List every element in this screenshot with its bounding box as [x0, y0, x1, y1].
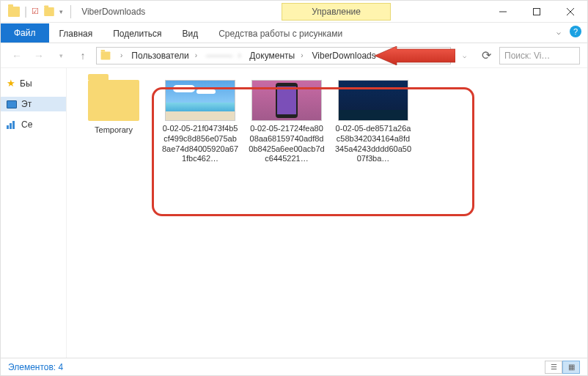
ribbon-collapse-icon[interactable]: ⌵ [556, 28, 561, 36]
nav-back-button[interactable]: ← [8, 47, 26, 64]
folder-item[interactable]: Temporary [74, 80, 153, 136]
folder-icon [101, 51, 111, 59]
folder-icon [88, 80, 139, 121]
nav-up-button[interactable]: ↑ [74, 47, 92, 64]
item-count: Элементов: 4 [8, 362, 63, 372]
network-icon [7, 120, 17, 129]
qat-dropdown-icon[interactable]: ▾ [59, 8, 63, 15]
item-label: 0-02-05-de8571a26ac58b342034164a8fd345a4… [334, 124, 413, 164]
sidebar-item-thispc[interactable]: Эт [1, 97, 66, 111]
image-thumbnail [338, 80, 408, 121]
contextual-tab-group[interactable]: Управление [282, 3, 391, 21]
sidebar-item-network[interactable]: Се [1, 117, 66, 132]
qat-checkbox-icon[interactable]: ☑ [32, 7, 39, 16]
title-bar: | ☑ ▾ ViberDownloads Управление [1, 1, 587, 23]
view-largeicons-button[interactable]: ▦ [562, 361, 580, 374]
item-label: 0-02-05-21f0473f4b5cf499c8d856e075ab8ae7… [161, 124, 240, 164]
content-pane[interactable]: Temporary 0-02-05-21f0473f4b5cf499c8d856… [67, 68, 587, 358]
image-thumbnail [165, 80, 235, 121]
image-item[interactable]: 0-02-05-21f0473f4b5cf499c8d856e075ab8ae7… [161, 80, 240, 164]
crumb-users: Пользователи› [127, 51, 202, 61]
crumb-username-blurred: ———› [202, 51, 245, 61]
nav-recent-icon[interactable]: ▾ [52, 47, 70, 64]
maximize-button[interactable] [520, 1, 554, 23]
pc-icon [7, 100, 17, 108]
search-input[interactable]: Поиск: Vi… [499, 47, 580, 64]
navigation-pane[interactable]: ★ Бы Эт Се [1, 68, 67, 358]
item-label: 0-02-05-21724fea8008aa68159740adf8d0b842… [247, 124, 326, 164]
window-title: ViberDownloads [78, 7, 145, 17]
help-icon[interactable]: ? [570, 26, 581, 37]
image-thumbnail [251, 80, 322, 121]
item-label: Temporary [93, 125, 134, 136]
crumb-current: ViberDownloads [308, 51, 381, 61]
folder-icon [8, 7, 20, 17]
qat-separator: | [24, 5, 27, 18]
ribbon-tabs: Файл Главная Поделиться Вид Средства раб… [1, 23, 587, 43]
nav-forward-button[interactable]: → [30, 47, 48, 64]
image-item[interactable]: 0-02-05-21724fea8008aa68159740adf8d0b842… [247, 80, 326, 164]
tab-file[interactable]: Файл [1, 23, 49, 43]
annotation-arrow-icon [375, 46, 455, 65]
star-icon: ★ [7, 78, 15, 89]
sidebar-item-quickaccess[interactable]: ★ Бы [1, 75, 66, 91]
refresh-button[interactable]: ⟳ [477, 47, 495, 64]
tab-picture-tools[interactable]: Средства работы с рисунками [208, 24, 353, 43]
view-details-button[interactable]: ☰ [545, 361, 562, 374]
status-bar: Элементов: 4 ☰ ▦ [1, 358, 587, 375]
image-item[interactable]: 0-02-05-de8571a26ac58b342034164a8fd345a4… [334, 80, 413, 164]
address-bar-row: ← → ▾ ↑ › Пользователи› ———› Документы› … [1, 43, 587, 68]
tab-share[interactable]: Поделиться [103, 24, 172, 43]
tab-view[interactable]: Вид [172, 24, 208, 43]
minimize-button[interactable] [486, 1, 520, 23]
search-placeholder: Поиск: Vi… [504, 51, 550, 61]
folder-icon [44, 7, 54, 16]
crumb-documents: Документы› [245, 51, 307, 61]
separator [70, 5, 71, 18]
tab-home[interactable]: Главная [49, 24, 103, 43]
breadcrumb-dropdown-icon[interactable]: ⌵ [455, 47, 473, 64]
svg-rect-1 [534, 8, 540, 15]
close-button[interactable] [554, 1, 587, 23]
